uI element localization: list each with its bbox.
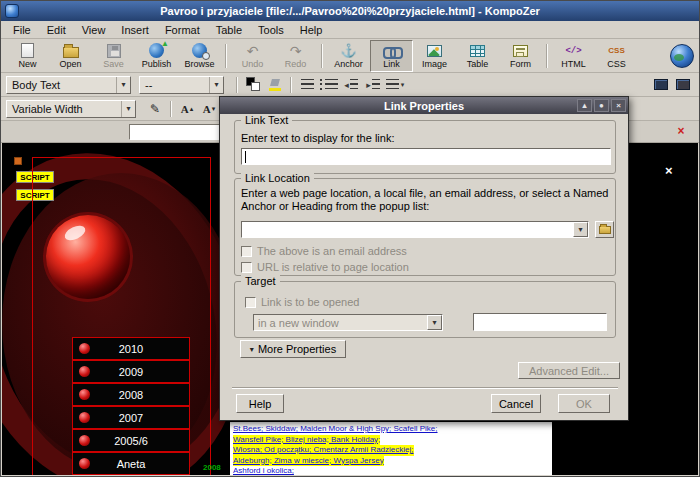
menu-format[interactable]: Format — [157, 22, 208, 38]
year-link[interactable]: 2009 — [72, 360, 190, 383]
open-button[interactable]: Open — [49, 40, 92, 72]
checkbox-box — [241, 262, 252, 273]
chevron-down-icon: ▾ — [401, 81, 405, 89]
menu-view[interactable]: View — [74, 22, 114, 38]
advanced-edit-button[interactable]: Advanced Edit... — [518, 362, 620, 379]
css-class-value: -- — [140, 79, 209, 91]
ok-button[interactable]: OK — [558, 394, 610, 413]
dialog-window-buttons: ▴ ● × — [577, 99, 626, 112]
publish-button[interactable]: Publish — [135, 40, 178, 72]
paragraph-format-select[interactable]: Body Text ▾ — [6, 76, 131, 94]
email-address-checkbox[interactable]: The above is an email address — [241, 245, 407, 257]
year-link[interactable]: 2005/6 — [72, 429, 190, 452]
year-link[interactable]: 2010 — [72, 337, 190, 360]
bullet-icon — [79, 389, 90, 400]
browse-button[interactable]: Browse — [178, 40, 221, 72]
target-name-input[interactable] — [473, 313, 607, 331]
font-size-decrease-button[interactable]: A ▾ — [198, 99, 220, 118]
menu-tools[interactable]: Tools — [250, 22, 292, 38]
css-button[interactable]: CSS CSS — [595, 40, 638, 72]
cancel-button[interactable]: Cancel — [491, 394, 541, 413]
text-color-button[interactable] — [242, 75, 264, 94]
shade-button[interactable]: ▴ — [577, 99, 592, 112]
font-family-value: Variable Width — [7, 103, 121, 115]
extra-tool-button[interactable] — [672, 75, 694, 94]
toolbar-separator — [225, 44, 227, 68]
menu-edit[interactable]: Edit — [39, 22, 74, 38]
year-link[interactable]: 2007 — [72, 406, 190, 429]
chevron-down-icon[interactable]: ▾ — [573, 222, 588, 237]
link-location-combobox[interactable]: ▾ — [241, 221, 589, 238]
more-properties-label: More Properties — [258, 343, 336, 355]
year-label: 2008 — [119, 389, 143, 401]
new-button[interactable]: New — [6, 40, 49, 72]
white-x-marker: × — [665, 163, 673, 178]
bullet-list-icon — [325, 79, 338, 90]
help-button[interactable]: Help — [236, 394, 284, 413]
font-size-increase-button[interactable]: A ▴ — [176, 99, 198, 118]
red-ball-graphic — [46, 215, 130, 299]
chevron-down-icon: ▾ — [209, 77, 223, 93]
menu-help[interactable]: Help — [292, 22, 331, 38]
format-toolbar: Body Text ▾ -- ▾ ◂ ▸ ▾ — [1, 73, 699, 97]
kompozer-globe-icon[interactable] — [670, 44, 694, 68]
anchor-button[interactable]: ⚓ Anchor — [327, 40, 370, 72]
image-button[interactable]: Image — [413, 40, 456, 72]
save-button[interactable]: Save — [92, 40, 135, 72]
table-icon — [470, 43, 485, 59]
target-legend: Target — [241, 275, 280, 287]
dialog-titlebar[interactable]: Link Properties ▴ ● × — [220, 97, 628, 114]
choose-file-button[interactable] — [595, 221, 614, 238]
document-tab[interactable] — [129, 124, 233, 140]
css-class-select[interactable]: -- ▾ — [139, 76, 224, 94]
year-link[interactable]: 2008 — [72, 383, 190, 406]
undo-button[interactable]: ↶ Undo — [231, 40, 274, 72]
redo-button[interactable]: ↷ Redo — [274, 40, 317, 72]
year-note-label: 2008 — [203, 463, 221, 472]
table-button[interactable]: Table — [456, 40, 499, 72]
page-link[interactable]: Wansfell Pike; Blizej nieba; Bank Holida… — [233, 435, 380, 446]
toolbar-separator — [290, 77, 292, 93]
numbered-list-button[interactable] — [296, 75, 318, 94]
target-window-value: in a new window — [254, 315, 427, 330]
more-properties-button[interactable]: ▾ More Properties — [240, 340, 346, 358]
menu-table[interactable]: Table — [208, 22, 250, 38]
window-titlebar[interactable]: Pavroo i przyjaciele [file:/.../Pavroo%2… — [1, 1, 699, 21]
outdent-button[interactable]: ◂ — [340, 75, 362, 94]
image-label: Image — [422, 60, 447, 69]
alignment-button[interactable]: ▾ — [384, 75, 406, 94]
year-link[interactable]: Aneta — [72, 452, 190, 475]
link-location-legend: Link Location — [241, 172, 314, 184]
indent-button[interactable]: ▸ — [362, 75, 384, 94]
highlight-color-button[interactable] — [264, 75, 286, 94]
app-icon — [5, 4, 19, 18]
paragraph-format-value: Body Text — [7, 79, 116, 91]
maximize-button[interactable]: ● — [594, 99, 609, 112]
menu-file[interactable]: File — [5, 22, 39, 38]
link-button[interactable]: Link — [370, 40, 413, 72]
year-label: 2010 — [119, 343, 143, 355]
close-button[interactable]: × — [611, 99, 626, 112]
year-label: 2007 — [119, 412, 143, 424]
bullet-list-button[interactable] — [318, 75, 340, 94]
style-pen-button[interactable]: ✎ — [144, 99, 166, 118]
table-border-line — [32, 157, 211, 158]
menu-insert[interactable]: Insert — [113, 22, 157, 38]
bullet-icon — [79, 435, 90, 446]
link-open-checkbox[interactable]: Link is to be opened — [245, 296, 359, 308]
browse-label: Browse — [184, 60, 214, 69]
preview-mode-button[interactable] — [650, 75, 672, 94]
letter-a-icon: A — [203, 103, 211, 115]
page-link[interactable]: Ashford i okolica; — [233, 466, 294, 475]
page-link[interactable]: Aldeburgh; Zima w miescie; Wyspa Jersey — [233, 456, 384, 467]
expander-caret-icon: ▾ — [250, 345, 254, 354]
font-family-select[interactable]: Variable Width ▾ — [6, 100, 136, 118]
link-location-value — [242, 222, 573, 237]
link-text-input[interactable] — [241, 148, 611, 165]
url-relative-checkbox[interactable]: URL is relative to page location — [241, 261, 409, 273]
page-link[interactable]: St.Bees; Skiddaw; Maiden Moor & High Spy… — [233, 424, 438, 435]
form-button[interactable]: Form — [499, 40, 542, 72]
close-tab-button[interactable]: × — [673, 123, 689, 139]
html-source-button[interactable]: </> HTML — [552, 40, 595, 72]
page-link[interactable]: Wiosna; Od początku; Cmentarz Armii Radz… — [233, 445, 414, 456]
